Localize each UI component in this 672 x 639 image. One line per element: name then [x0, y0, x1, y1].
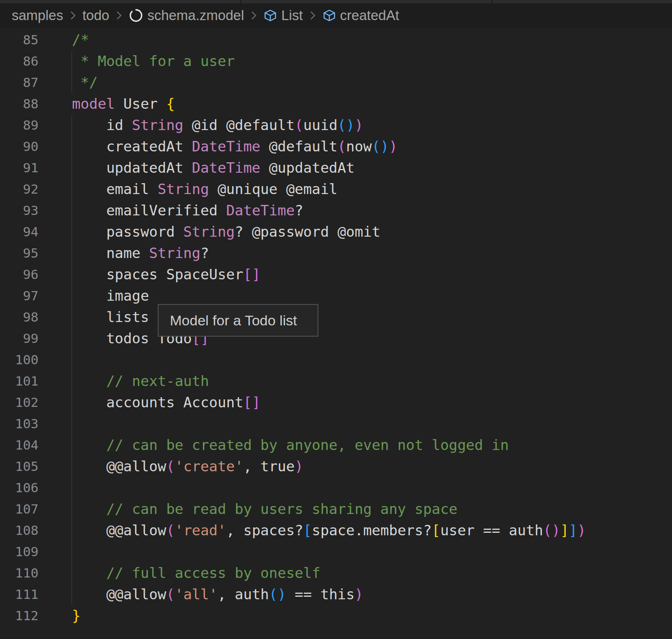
code-line-87[interactable]: 87 */ — [0, 72, 672, 93]
code-line-92[interactable]: 92 email String @unique @email — [0, 179, 672, 200]
chevron-right-icon — [249, 9, 258, 22]
code-line-86[interactable]: 86 * Model for a user — [0, 51, 672, 72]
line-number: 94 — [0, 221, 38, 243]
hover-tooltip: Model for a Todo list — [158, 304, 318, 337]
code-text: updatedAt DateTime @updatedAt — [38, 157, 355, 179]
line-number: 104 — [0, 435, 38, 456]
breadcrumb-item-symbol-list[interactable]: List — [263, 8, 303, 23]
code-text: @@allow('read', spaces?[space.members?[u… — [38, 520, 586, 541]
tab-divider — [491, 0, 492, 3]
symbol-cube-icon — [263, 8, 277, 23]
code-line-101[interactable]: 101 // next-auth — [0, 371, 672, 392]
code-line-95[interactable]: 95 name String? — [0, 243, 672, 264]
code-text: spaces SpaceUser[] — [38, 264, 260, 285]
code-line-93[interactable]: 93 emailVerified DateTime? — [0, 200, 672, 221]
code-line-97[interactable]: 97 image — [0, 285, 672, 307]
line-number: 86 — [0, 51, 38, 72]
code-text — [38, 413, 72, 435]
breadcrumb-item-file[interactable]: schema.zmodel — [128, 8, 244, 23]
tab-divider — [240, 0, 241, 3]
breadcrumb-item-samples[interactable]: samples — [12, 8, 63, 23]
vscode-editor-window: samples todo schema.zmodel List createdA… — [0, 0, 672, 639]
code-line-106[interactable]: 106 — [0, 477, 672, 498]
line-number: 111 — [0, 584, 38, 605]
line-number: 108 — [0, 520, 38, 541]
breadcrumb-label: createdAt — [340, 8, 399, 23]
hover-tooltip-text: Model for a Todo list — [170, 312, 297, 329]
code-text: */ — [38, 72, 97, 93]
code-text: // can be read by users sharing any spac… — [38, 498, 457, 520]
line-number: 96 — [0, 264, 38, 285]
breadcrumb: samples todo schema.zmodel List createdA… — [0, 3, 672, 28]
line-number: 107 — [0, 498, 38, 520]
code-text: // next-auth — [38, 371, 209, 392]
code-text: image — [38, 285, 149, 307]
chevron-right-icon — [115, 9, 123, 22]
loading-icon — [128, 8, 144, 23]
line-number: 97 — [0, 285, 38, 307]
breadcrumb-label: todo — [82, 8, 109, 23]
line-number: 100 — [0, 349, 38, 371]
line-number: 93 — [0, 200, 38, 221]
code-line-109[interactable]: 109 — [0, 541, 672, 562]
code-text: password String? @password @omit — [38, 221, 380, 243]
code-line-85[interactable]: 85/* — [0, 29, 672, 51]
code-line-107[interactable]: 107 // can be read by users sharing any … — [0, 498, 672, 520]
code-line-112[interactable]: 112} — [0, 605, 672, 626]
code-text: name String? — [38, 243, 209, 264]
line-number: 110 — [0, 562, 38, 584]
code-text: accounts Account[] — [38, 392, 260, 413]
code-text: createdAt DateTime @default(now()) — [38, 136, 398, 157]
code-line-111[interactable]: 111 @@allow('all', auth() == this) — [0, 584, 672, 605]
code-line-102[interactable]: 102 accounts Account[] — [0, 392, 672, 413]
line-number: 92 — [0, 179, 38, 200]
breadcrumb-label: schema.zmodel — [147, 8, 244, 23]
line-number: 95 — [0, 243, 38, 264]
line-number: 101 — [0, 371, 38, 392]
breadcrumb-label: List — [281, 8, 303, 23]
breadcrumb-label: samples — [12, 8, 63, 23]
code-text — [38, 477, 72, 498]
code-text — [38, 541, 72, 562]
code-line-99[interactable]: 99 todos Todo[] — [0, 328, 672, 349]
line-number: 103 — [0, 413, 38, 435]
line-number: 98 — [0, 307, 38, 328]
code-lines: 85/*86 * Model for a user87 */88model Us… — [0, 28, 672, 626]
code-text: // can be created by anyone, even not lo… — [38, 435, 509, 456]
code-line-94[interactable]: 94 password String? @password @omit — [0, 221, 672, 243]
editor: 85/*86 * Model for a user87 */88model Us… — [0, 28, 672, 639]
code-text: id String @id @default(uuid()) — [38, 115, 363, 136]
code-line-105[interactable]: 105 @@allow('create', true) — [0, 456, 672, 477]
code-line-103[interactable]: 103 — [0, 413, 672, 435]
tab-bar-edge — [0, 0, 672, 3]
code-line-89[interactable]: 89 id String @id @default(uuid()) — [0, 115, 672, 136]
code-line-100[interactable]: 100 — [0, 349, 672, 371]
code-line-88[interactable]: 88model User { — [0, 93, 672, 115]
line-number: 85 — [0, 29, 38, 51]
code-text — [38, 349, 72, 371]
code-text: @@allow('create', true) — [38, 456, 303, 477]
code-text: model User { — [38, 93, 175, 115]
code-text: emailVerified DateTime? — [38, 200, 303, 221]
code-line-108[interactable]: 108 @@allow('read', spaces?[space.member… — [0, 520, 672, 541]
code-line-104[interactable]: 104 // can be created by anyone, even no… — [0, 435, 672, 456]
symbol-cube-icon — [322, 8, 336, 23]
code-line-110[interactable]: 110 // full access by oneself — [0, 562, 672, 584]
chevron-right-icon — [69, 9, 77, 22]
breadcrumb-item-symbol-createdat[interactable]: createdAt — [322, 8, 399, 23]
line-number: 99 — [0, 328, 38, 349]
code-line-91[interactable]: 91 updatedAt DateTime @updatedAt — [0, 157, 672, 179]
code-line-96[interactable]: 96 spaces SpaceUser[] — [0, 264, 672, 285]
line-number: 89 — [0, 115, 38, 136]
line-number: 90 — [0, 136, 38, 157]
breadcrumb-item-todo[interactable]: todo — [82, 8, 109, 23]
code-text: * Model for a user — [38, 51, 235, 72]
code-text: email String @unique @email — [38, 179, 338, 200]
line-number: 112 — [0, 605, 38, 626]
code-text: @@allow('all', auth() == this) — [38, 584, 363, 605]
line-number: 105 — [0, 456, 38, 477]
code-text: } — [38, 605, 80, 626]
line-number: 109 — [0, 541, 38, 562]
code-line-90[interactable]: 90 createdAt DateTime @default(now()) — [0, 136, 672, 157]
code-line-98[interactable]: 98 lists List[] — [0, 307, 672, 328]
